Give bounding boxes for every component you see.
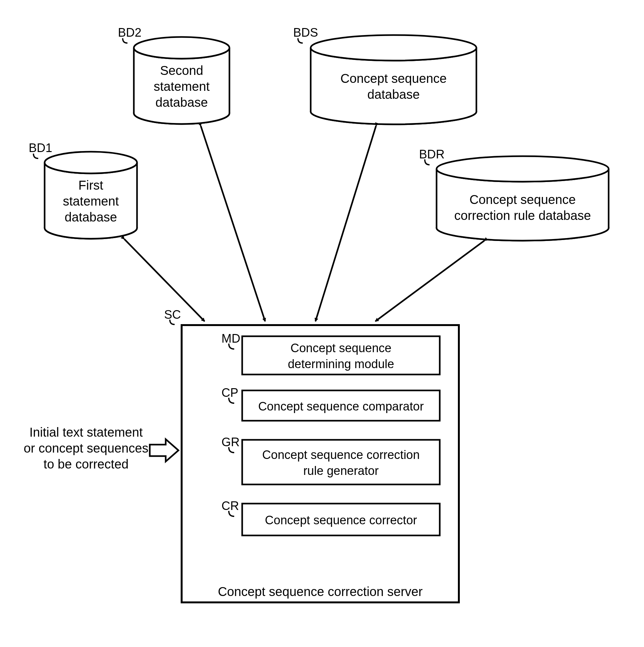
input-line3: to be corrected <box>44 457 129 471</box>
bd1-line3: database <box>65 210 117 224</box>
bd2-line3: database <box>155 95 208 109</box>
module-cr: CR Concept sequence corrector <box>221 499 440 535</box>
bdr-line1: Concept sequence <box>470 193 576 207</box>
bdr-line2: correction rule database <box>454 208 591 222</box>
cp-line1: Concept sequence comparator <box>258 400 424 413</box>
svg-point-1 <box>134 37 229 59</box>
svg-line-10 <box>315 126 376 321</box>
bds-line1: Concept sequence <box>340 71 447 85</box>
svg-point-7 <box>437 156 609 182</box>
bd2-line2: statement <box>154 79 210 93</box>
svg-line-9 <box>201 126 265 321</box>
database-bds: BDS Concept sequence database <box>293 26 477 124</box>
svg-point-5 <box>45 152 137 173</box>
module-cp: CP Concept sequence comparator <box>221 386 440 421</box>
svg-rect-15 <box>242 440 440 485</box>
diagram-root: BD2 Second statement database BDS Concep… <box>0 0 644 647</box>
database-bd1: BD1 First statement database <box>29 141 137 239</box>
bd2-line1: Second <box>160 63 203 77</box>
server-tag: SC <box>164 308 181 321</box>
md-tag: MD <box>221 332 240 345</box>
database-bd2: BD2 Second statement database <box>118 26 229 124</box>
md-line2: determining module <box>288 357 394 371</box>
server-title: Concept sequence correction server <box>218 584 423 598</box>
module-gr: GR Concept sequence correction rule gene… <box>221 435 440 485</box>
input-line2: or concept sequences <box>23 441 148 455</box>
input-line1: Initial text statement <box>29 425 143 439</box>
cp-tag: CP <box>221 386 238 400</box>
database-bdr: BDR Concept sequence correction rule dat… <box>419 148 609 241</box>
module-md: MD Concept sequence determining module <box>221 332 440 374</box>
input-label: Initial text statement or concept sequen… <box>23 425 148 471</box>
bd1-line2: statement <box>63 194 119 208</box>
bd2-tag: BD2 <box>118 26 141 39</box>
server-box: SC Concept sequence correction server MD… <box>164 308 459 602</box>
bd1-line1: First <box>78 178 103 192</box>
svg-point-3 <box>311 35 477 61</box>
bds-tag: BDS <box>293 26 318 39</box>
cr-tag: CR <box>221 499 239 512</box>
cr-line1: Concept sequence corrector <box>265 513 417 527</box>
md-line1: Concept sequence <box>291 341 391 355</box>
gr-tag: GR <box>221 435 240 449</box>
gr-line2: rule generator <box>303 464 379 478</box>
gr-line1: Concept sequence correction <box>262 448 420 461</box>
input-arrow <box>150 439 178 461</box>
svg-line-11 <box>375 241 484 321</box>
bds-line2: database <box>367 87 420 101</box>
bdr-tag: BDR <box>419 148 444 161</box>
bd1-tag: BD1 <box>29 141 52 155</box>
